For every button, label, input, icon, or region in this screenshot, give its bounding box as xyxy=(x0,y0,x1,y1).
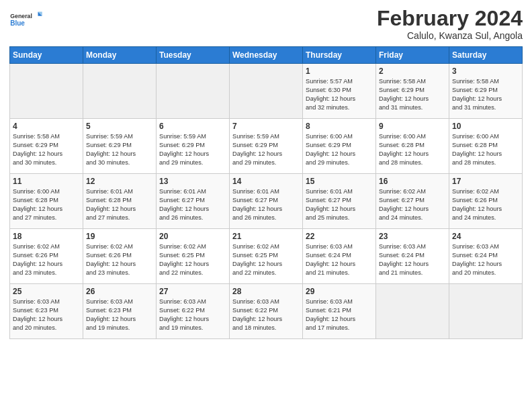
day-info: Sunrise: 5:57 AM Sunset: 6:30 PM Dayligh… xyxy=(306,77,373,112)
calendar-cell: 12Sunrise: 6:01 AM Sunset: 6:28 PM Dayli… xyxy=(83,174,157,229)
day-info: Sunrise: 5:58 AM Sunset: 6:29 PM Dayligh… xyxy=(379,77,446,112)
calendar-cell: 23Sunrise: 6:03 AM Sunset: 6:24 PM Dayli… xyxy=(376,229,449,284)
calendar-cell: 9Sunrise: 6:00 AM Sunset: 6:28 PM Daylig… xyxy=(376,119,449,174)
day-info: Sunrise: 5:59 AM Sunset: 6:29 PM Dayligh… xyxy=(232,132,300,167)
day-number: 19 xyxy=(86,232,153,241)
calendar-cell: 28Sunrise: 6:03 AM Sunset: 6:22 PM Dayli… xyxy=(230,284,303,339)
calendar-cell: 19Sunrise: 6:02 AM Sunset: 6:26 PM Dayli… xyxy=(83,229,157,284)
day-info: Sunrise: 6:00 AM Sunset: 6:28 PM Dayligh… xyxy=(13,187,80,222)
calendar-cell: 29Sunrise: 6:03 AM Sunset: 6:21 PM Dayli… xyxy=(303,284,376,339)
calendar-cell xyxy=(157,64,230,119)
day-number: 16 xyxy=(379,177,446,186)
day-info: Sunrise: 6:03 AM Sunset: 6:22 PM Dayligh… xyxy=(159,298,226,332)
day-number: 11 xyxy=(13,177,80,186)
day-info: Sunrise: 6:00 AM Sunset: 6:28 PM Dayligh… xyxy=(379,132,446,167)
day-info: Sunrise: 6:02 AM Sunset: 6:26 PM Dayligh… xyxy=(452,187,519,222)
calendar-cell: 4Sunrise: 5:58 AM Sunset: 6:29 PM Daylig… xyxy=(10,119,83,174)
calendar-cell: 17Sunrise: 6:02 AM Sunset: 6:26 PM Dayli… xyxy=(449,174,523,229)
col-header-wednesday: Wednesday xyxy=(230,47,303,64)
day-number: 24 xyxy=(452,232,519,241)
calendar-cell xyxy=(10,64,83,119)
day-info: Sunrise: 6:02 AM Sunset: 6:25 PM Dayligh… xyxy=(159,242,226,277)
logo: General Blue xyxy=(9,7,43,34)
day-info: Sunrise: 6:01 AM Sunset: 6:27 PM Dayligh… xyxy=(232,187,300,222)
day-info: Sunrise: 6:00 AM Sunset: 6:28 PM Dayligh… xyxy=(452,132,519,167)
day-number: 23 xyxy=(379,232,446,241)
calendar-cell: 25Sunrise: 6:03 AM Sunset: 6:23 PM Dayli… xyxy=(10,284,83,339)
calendar-cell: 22Sunrise: 6:03 AM Sunset: 6:24 PM Dayli… xyxy=(303,229,376,284)
day-info: Sunrise: 6:03 AM Sunset: 6:24 PM Dayligh… xyxy=(379,242,446,277)
calendar-cell: 6Sunrise: 5:59 AM Sunset: 6:29 PM Daylig… xyxy=(157,119,230,174)
week-row-3: 11Sunrise: 6:00 AM Sunset: 6:28 PM Dayli… xyxy=(10,174,523,229)
page-container: General Blue February 2024 Calulo, Kwanz… xyxy=(0,0,532,346)
day-number: 17 xyxy=(452,177,519,186)
calendar-cell: 18Sunrise: 6:02 AM Sunset: 6:26 PM Dayli… xyxy=(10,229,83,284)
day-number: 1 xyxy=(306,66,373,76)
day-info: Sunrise: 5:58 AM Sunset: 6:29 PM Dayligh… xyxy=(452,77,519,112)
calendar-cell: 27Sunrise: 6:03 AM Sunset: 6:22 PM Dayli… xyxy=(157,284,230,339)
calendar-cell: 24Sunrise: 6:03 AM Sunset: 6:24 PM Dayli… xyxy=(449,229,523,284)
day-number: 18 xyxy=(13,232,80,241)
logo-svg: General Blue xyxy=(9,7,43,34)
calendar-cell: 15Sunrise: 6:01 AM Sunset: 6:27 PM Dayli… xyxy=(303,174,376,229)
day-number: 8 xyxy=(306,122,373,131)
title-block: February 2024 Calulo, Kwanza Sul, Angola xyxy=(377,7,523,41)
day-info: Sunrise: 6:00 AM Sunset: 6:29 PM Dayligh… xyxy=(306,132,373,167)
calendar-cell: 20Sunrise: 6:02 AM Sunset: 6:25 PM Dayli… xyxy=(157,229,230,284)
day-info: Sunrise: 6:02 AM Sunset: 6:26 PM Dayligh… xyxy=(13,242,80,277)
calendar-cell: 14Sunrise: 6:01 AM Sunset: 6:27 PM Dayli… xyxy=(230,174,303,229)
day-number: 29 xyxy=(306,287,373,296)
day-info: Sunrise: 6:03 AM Sunset: 6:23 PM Dayligh… xyxy=(13,298,80,332)
day-info: Sunrise: 5:59 AM Sunset: 6:29 PM Dayligh… xyxy=(159,132,226,167)
header: General Blue February 2024 Calulo, Kwanz… xyxy=(9,7,523,41)
day-number: 21 xyxy=(232,232,300,241)
day-number: 14 xyxy=(232,177,300,186)
calendar-cell: 13Sunrise: 6:01 AM Sunset: 6:27 PM Dayli… xyxy=(157,174,230,229)
calendar-cell: 11Sunrise: 6:00 AM Sunset: 6:28 PM Dayli… xyxy=(10,174,83,229)
svg-text:General: General xyxy=(10,13,32,19)
calendar-cell: 1Sunrise: 5:57 AM Sunset: 6:30 PM Daylig… xyxy=(303,64,376,119)
calendar-cell xyxy=(449,284,523,339)
day-number: 2 xyxy=(379,66,446,76)
week-row-5: 25Sunrise: 6:03 AM Sunset: 6:23 PM Dayli… xyxy=(10,284,523,339)
day-number: 5 xyxy=(86,122,153,131)
day-info: Sunrise: 6:01 AM Sunset: 6:27 PM Dayligh… xyxy=(306,187,373,222)
day-info: Sunrise: 6:03 AM Sunset: 6:21 PM Dayligh… xyxy=(306,298,373,332)
calendar-cell: 5Sunrise: 5:59 AM Sunset: 6:29 PM Daylig… xyxy=(83,119,157,174)
day-info: Sunrise: 6:03 AM Sunset: 6:24 PM Dayligh… xyxy=(306,242,373,277)
col-header-monday: Monday xyxy=(83,47,157,64)
calendar-cell: 10Sunrise: 6:00 AM Sunset: 6:28 PM Dayli… xyxy=(449,119,523,174)
calendar-table: SundayMondayTuesdayWednesdayThursdayFrid… xyxy=(9,46,523,339)
day-number: 3 xyxy=(452,66,519,76)
calendar-cell: 3Sunrise: 5:58 AM Sunset: 6:29 PM Daylig… xyxy=(449,64,523,119)
day-number: 26 xyxy=(86,287,153,296)
day-number: 9 xyxy=(379,122,446,131)
day-info: Sunrise: 6:02 AM Sunset: 6:27 PM Dayligh… xyxy=(379,187,446,222)
col-header-sunday: Sunday xyxy=(10,47,83,64)
calendar-cell: 2Sunrise: 5:58 AM Sunset: 6:29 PM Daylig… xyxy=(376,64,449,119)
day-number: 15 xyxy=(306,177,373,186)
calendar-cell xyxy=(230,64,303,119)
svg-text:Blue: Blue xyxy=(10,19,25,27)
col-header-saturday: Saturday xyxy=(449,47,523,64)
week-row-2: 4Sunrise: 5:58 AM Sunset: 6:29 PM Daylig… xyxy=(10,119,523,174)
calendar-cell: 26Sunrise: 6:03 AM Sunset: 6:23 PM Dayli… xyxy=(83,284,157,339)
day-number: 22 xyxy=(306,232,373,241)
calendar-cell: 21Sunrise: 6:02 AM Sunset: 6:25 PM Dayli… xyxy=(230,229,303,284)
day-info: Sunrise: 5:58 AM Sunset: 6:29 PM Dayligh… xyxy=(13,132,80,167)
calendar-cell xyxy=(83,64,157,119)
day-info: Sunrise: 6:02 AM Sunset: 6:25 PM Dayligh… xyxy=(232,242,300,277)
col-header-friday: Friday xyxy=(376,47,449,64)
col-header-tuesday: Tuesday xyxy=(157,47,230,64)
col-header-thursday: Thursday xyxy=(303,47,376,64)
month-title: February 2024 xyxy=(377,7,523,30)
location: Calulo, Kwanza Sul, Angola xyxy=(377,30,523,41)
day-info: Sunrise: 5:59 AM Sunset: 6:29 PM Dayligh… xyxy=(86,132,153,167)
calendar-cell: 7Sunrise: 5:59 AM Sunset: 6:29 PM Daylig… xyxy=(230,119,303,174)
day-number: 25 xyxy=(13,287,80,296)
day-info: Sunrise: 6:03 AM Sunset: 6:22 PM Dayligh… xyxy=(232,298,300,332)
day-number: 28 xyxy=(232,287,300,296)
day-info: Sunrise: 6:01 AM Sunset: 6:28 PM Dayligh… xyxy=(86,187,153,222)
week-row-4: 18Sunrise: 6:02 AM Sunset: 6:26 PM Dayli… xyxy=(10,229,523,284)
day-number: 27 xyxy=(159,287,226,296)
